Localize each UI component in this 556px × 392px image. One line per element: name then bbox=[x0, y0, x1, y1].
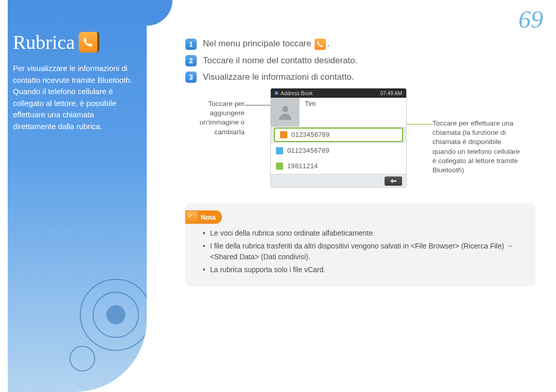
step-3: 3 Visualizzare le informazioni di contat… bbox=[185, 72, 541, 83]
step-badge-1: 1 bbox=[185, 39, 197, 50]
back-button[interactable] bbox=[385, 176, 402, 186]
home-phone-icon bbox=[276, 147, 283, 154]
sidebar: Rubrica Per visualizzare le informazioni… bbox=[8, 0, 147, 392]
page-number: 69 bbox=[518, 5, 543, 33]
birthday-icon bbox=[276, 163, 283, 170]
status-dot-icon bbox=[275, 92, 278, 95]
sidebar-title: Rubrica bbox=[13, 31, 75, 54]
main-content: 1 Nel menu principale toccare . 2 Toccar… bbox=[185, 39, 541, 287]
contact-avatar[interactable] bbox=[271, 98, 300, 127]
callout-line-right bbox=[407, 124, 432, 124]
svg-point-0 bbox=[282, 106, 288, 112]
callout-line-left bbox=[245, 105, 270, 105]
step-3-text: Visualizzare le informazioni di contatto… bbox=[203, 72, 354, 82]
phone-number-home[interactable]: 01123456789 bbox=[271, 143, 406, 158]
note-list: Le voci della rubrica sono ordinate alfa… bbox=[196, 228, 525, 275]
note-label: Nota bbox=[201, 213, 216, 221]
phone-number-mobile[interactable]: 0123456789 bbox=[274, 128, 403, 142]
phone-mockup: Address Book 07:49 AM Tim 0123456789 011… bbox=[270, 88, 407, 188]
phone-footer bbox=[271, 174, 406, 187]
callout-right: Toccare per effettuare una chiamata (la … bbox=[432, 88, 520, 175]
note-box: Nota Le voci della rubrica sono ordinate… bbox=[185, 203, 535, 287]
phone-title: Address Book bbox=[281, 91, 312, 96]
sidebar-description: Per visualizzare le informazioni di cont… bbox=[13, 63, 136, 132]
diagram-row: Toccare per aggiungere un'immagine o cam… bbox=[185, 88, 541, 188]
mobile-icon bbox=[280, 131, 287, 138]
home-number-text: 01123456789 bbox=[287, 147, 329, 154]
phone-statusbar: Address Book 07:49 AM bbox=[271, 88, 406, 98]
decorative-circles bbox=[70, 269, 147, 371]
note-item: La rubrica supporta solo i file vCard. bbox=[203, 264, 525, 275]
addressbook-icon bbox=[79, 32, 99, 52]
step-badge-2: 2 bbox=[185, 55, 197, 66]
phone-time: 07:49 AM bbox=[380, 91, 402, 96]
step-1-text-before: Nel menu principale toccare bbox=[203, 39, 311, 48]
mobile-number-text: 0123456789 bbox=[291, 131, 330, 138]
note-item: I file della rubrica trasferiti da altri… bbox=[203, 241, 525, 262]
step-badge-3: 3 bbox=[185, 72, 197, 83]
birthday-text: 19811214 bbox=[287, 163, 318, 170]
addressbook-inline-icon bbox=[315, 39, 326, 50]
step-2: 2 Toccare il nome del contatto desiderat… bbox=[185, 55, 541, 66]
note-item: Le voci della rubrica sono ordinate alfa… bbox=[203, 228, 525, 239]
steps-list: 1 Nel menu principale toccare . 2 Toccar… bbox=[185, 39, 541, 83]
step-1-text-after: . bbox=[327, 39, 329, 48]
note-badge: Nota bbox=[185, 210, 222, 224]
contact-name: Tim bbox=[300, 98, 406, 127]
birthday-row: 19811214 bbox=[271, 158, 406, 174]
step-1: 1 Nel menu principale toccare . bbox=[185, 39, 541, 50]
callout-left: Toccare per aggiungere un'immagine o cam… bbox=[185, 88, 245, 137]
step-2-text: Toccare il nome del contatto desiderato. bbox=[203, 56, 358, 66]
